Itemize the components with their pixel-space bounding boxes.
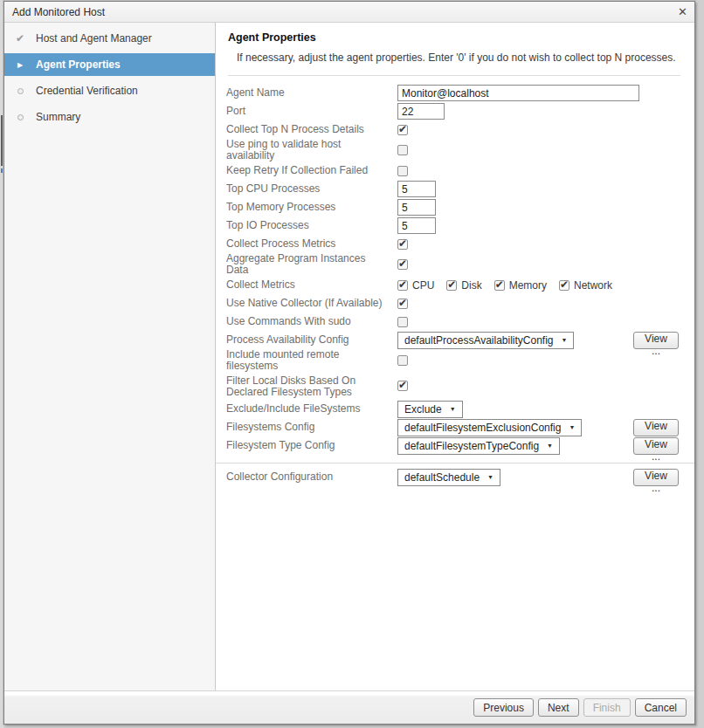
chevron-down-icon: ▼ — [547, 443, 553, 449]
field-label: Filter Local Disks Based On Declared Fil… — [226, 374, 397, 398]
select-value: defaultFilesystemExclusionConfig — [404, 422, 561, 434]
dialog-footer: PreviousNextFinishCancel — [4, 690, 694, 724]
checkbox-network[interactable] — [559, 280, 569, 291]
select-value: defaultSchedule — [404, 471, 480, 484]
field-label: Filesystem Type Config — [226, 440, 397, 451]
select-filesystems-config[interactable]: defaultFilesystemExclusionConfig▼ — [397, 419, 582, 436]
step-pending-circle-icon — [4, 114, 36, 120]
input-port[interactable] — [397, 103, 445, 120]
previous-button[interactable]: Previous — [473, 698, 534, 717]
form-row-use-native-collector-if-available: Use Native Collector (If Available) — [226, 294, 680, 312]
sidebar-step-credential-verification[interactable]: Credential Verification — [4, 79, 215, 102]
view-button-filesystem-type-config[interactable]: View ... — [633, 437, 679, 455]
field-control: defaultFilesystemTypeConfig▼View ... — [397, 437, 680, 455]
wizard-steps: ✔Host and Agent Manager▶Agent Properties… — [4, 23, 216, 690]
close-icon[interactable]: ✕ — [678, 6, 687, 17]
field-label: Use Commands With sudo — [226, 316, 397, 327]
page-description: If necessary, adjust the agent propertie… — [237, 52, 680, 64]
checkbox-option-network: Network — [559, 279, 612, 292]
select-value: defaultFilesystemTypeConfig — [404, 440, 539, 452]
checkbox-option-label: Memory — [509, 279, 547, 292]
form-row-process-availability-config: Process Availability ConfigdefaultProces… — [226, 331, 680, 349]
field-control — [397, 199, 680, 216]
form-row-top-cpu-processes: Top CPU Processes — [226, 180, 680, 198]
panel-header: Agent Properties If necessary, adjust th… — [216, 23, 694, 76]
checkbox-use-native-collector-if-available[interactable] — [397, 299, 408, 309]
select-filesystem-type-config[interactable]: defaultFilesystemTypeConfig▼ — [397, 437, 560, 455]
input-top-io-processes[interactable] — [397, 217, 436, 234]
sidebar-step-host-and-agent-manager[interactable]: ✔Host and Agent Manager — [4, 27, 215, 50]
field-label: Collect Top N Process Details — [226, 124, 397, 135]
checkbox-keep-retry-if-collection-failed[interactable] — [397, 166, 408, 176]
field-control — [397, 145, 680, 155]
field-label: Use ping to validate host availability — [226, 139, 397, 161]
form-row-include-mounted-remote-filesystems: Include mounted remote filesystems — [226, 349, 680, 372]
select-process-availability-config[interactable]: defaultProcessAvailabilityConfig▼ — [397, 332, 574, 349]
field-control — [397, 355, 680, 366]
checkbox-use-commands-with-sudo[interactable] — [397, 317, 408, 327]
field-label: Include mounted remote filesystems — [226, 349, 397, 372]
field-control — [397, 103, 680, 120]
checkbox-memory[interactable] — [494, 280, 505, 291]
step-pending-circle-icon — [4, 88, 36, 94]
chevron-down-icon: ▼ — [487, 474, 493, 480]
dialog-title: Add Monitored Host — [12, 6, 105, 18]
checkbox-collect-top-n-process-details[interactable] — [397, 125, 408, 135]
field-label: Process Availability Config — [226, 334, 397, 346]
field-label: Filesystems Config — [226, 422, 397, 433]
field-label: Top CPU Processes — [226, 183, 397, 195]
step-label: Summary — [36, 111, 80, 123]
field-label: Top Memory Processes — [226, 202, 397, 213]
view-button-process-availability-config[interactable]: View ... — [633, 332, 679, 349]
select-collector-configuration[interactable]: defaultSchedule▼ — [397, 469, 500, 486]
form-row-port: Port — [226, 102, 680, 120]
field-label: Collect Metrics — [226, 279, 397, 291]
chevron-down-icon: ▼ — [569, 424, 575, 430]
field-label: Aggregate Program Instances Data — [226, 253, 397, 276]
checkbox-disk[interactable] — [446, 280, 457, 291]
form-row-filesystems-config: Filesystems ConfigdefaultFilesystemExclu… — [226, 418, 680, 436]
checkbox-use-ping-to-validate-host-availability[interactable] — [397, 145, 408, 155]
field-label: Agent Name — [226, 87, 397, 99]
form-row-use-ping-to-validate-host-availability: Use ping to validate host availability — [226, 139, 680, 161]
chevron-down-icon: ▼ — [562, 337, 568, 343]
field-control: defaultProcessAvailabilityConfig▼View ..… — [397, 332, 680, 349]
form-row-collect-process-metrics: Collect Process Metrics — [226, 235, 680, 253]
step-label: Host and Agent Manager — [36, 32, 152, 45]
input-top-memory-processes[interactable] — [397, 199, 436, 216]
checkbox-aggregate-program-instances-data[interactable] — [397, 259, 408, 270]
cancel-button[interactable]: Cancel — [635, 698, 687, 717]
field-control — [397, 259, 680, 270]
view-button-filesystems-config[interactable]: View ... — [633, 419, 679, 436]
main-panel: Agent Properties If necessary, adjust th… — [216, 23, 694, 690]
field-control — [397, 125, 680, 135]
checkbox-collect-process-metrics[interactable] — [397, 239, 408, 250]
field-label: Use Native Collector (If Available) — [226, 298, 397, 309]
view-button-collector-configuration[interactable]: View ... — [633, 469, 679, 486]
select-value: Exclude — [404, 403, 442, 416]
next-button[interactable]: Next — [538, 698, 579, 717]
field-label: Collect Process Metrics — [226, 238, 397, 250]
field-label: Keep Retry If Collection Failed — [226, 165, 397, 176]
sidebar-step-agent-properties[interactable]: ▶Agent Properties — [4, 53, 215, 76]
form-row-filesystem-type-config: Filesystem Type ConfigdefaultFilesystemT… — [226, 436, 680, 455]
field-control: Exclude▼ — [397, 401, 680, 418]
dialog-titlebar: Add Monitored Host ✕ — [4, 2, 694, 23]
select-value: defaultProcessAvailabilityConfig — [404, 334, 554, 347]
input-top-cpu-processes[interactable] — [397, 181, 436, 197]
sidebar-step-summary[interactable]: Summary — [4, 106, 215, 128]
input-agent-name[interactable] — [397, 85, 639, 101]
form-row-collect-top-n-process-details: Collect Top N Process Details — [226, 120, 680, 139]
field-label: Collector Configuration — [226, 471, 397, 483]
select-exclude-include-filesystems[interactable]: Exclude▼ — [397, 401, 463, 418]
field-control — [397, 166, 680, 176]
checkbox-option-cpu: CPU — [397, 279, 434, 292]
checkbox-option-memory: Memory — [494, 279, 547, 292]
checkbox-filter-local-disks-based-on-declared-filesystem-types[interactable] — [397, 381, 408, 391]
checkbox-cpu[interactable] — [397, 280, 408, 291]
finish-button[interactable]: Finish — [583, 698, 631, 717]
field-control: defaultSchedule▼View ... — [397, 469, 680, 486]
field-control — [397, 317, 680, 327]
checkbox-include-mounted-remote-filesystems[interactable] — [397, 355, 408, 366]
page-title: Agent Properties — [228, 31, 680, 44]
